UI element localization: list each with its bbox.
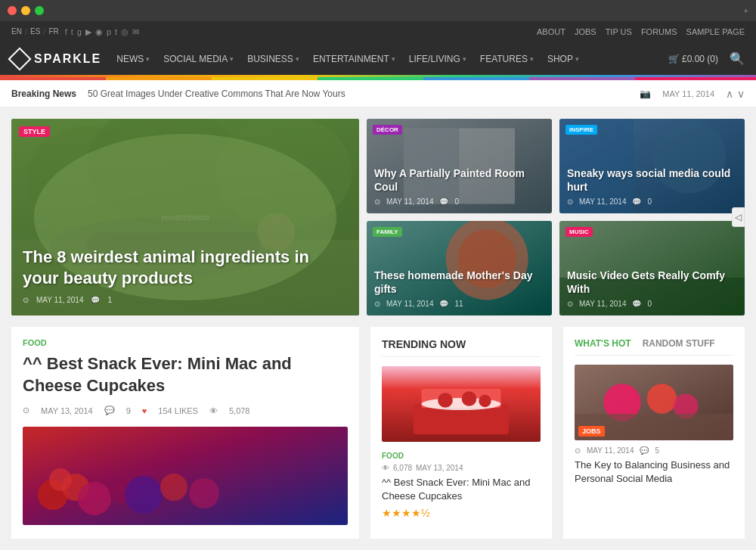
article-views: 5,078: [229, 406, 250, 415]
rss-icon[interactable]: ◉: [95, 27, 103, 37]
decor-tag: DÉCOR: [373, 125, 402, 135]
like-icon: ♥: [142, 406, 147, 415]
nav-business[interactable]: BUSINESS ▾: [247, 54, 299, 64]
trending-item[interactable]: FOOD 👁 6,078 MAY 13, 2014 ^^ Best Snack …: [382, 366, 541, 519]
cart-icon[interactable]: 🛒 £0.00 (0): [668, 54, 718, 64]
sample-page-link[interactable]: SAMPLE PAGE: [686, 27, 745, 36]
music-comments: 0: [647, 300, 652, 308]
maximize-dot[interactable]: [35, 6, 44, 15]
nav-life-living[interactable]: LIFE/LIVING ▾: [409, 54, 466, 64]
nav-news[interactable]: NEWS ▾: [116, 54, 150, 64]
music-title: Music Video Gets Really Comfy With: [567, 269, 737, 296]
nav-items: NEWS ▾ SOCIAL MEDIA ▾ BUSINESS ▾ ENTERTA…: [116, 54, 668, 64]
tumblr-icon[interactable]: t: [115, 27, 117, 37]
comment-icon-5: 💬: [632, 300, 641, 308]
article-comments: 9: [126, 406, 131, 415]
social-icons: f t g ▶ ◉ p t ◎ ✉: [65, 27, 139, 37]
lang-en[interactable]: EN: [11, 27, 22, 36]
rating-stars: ★★★★½: [382, 507, 541, 519]
family-content: These homemade Mother's Day gifts ⊙ MAY …: [367, 261, 552, 315]
hot-section: WHAT'S HOT RANDOM STUFF: [563, 327, 745, 539]
logo-icon: [8, 47, 31, 70]
search-button[interactable]: 🔍: [730, 51, 745, 66]
big-feature-content: The 8 weirdest animal ingredients in you…: [11, 235, 359, 315]
clock-icon-2: ⊙: [374, 197, 380, 206]
hot-title[interactable]: The Key to Balancing Business and Person…: [575, 458, 733, 486]
nav-entertainment[interactable]: ENTERTAINMENT ▾: [313, 54, 395, 64]
email-icon[interactable]: ✉: [132, 27, 139, 37]
breaking-news-prev[interactable]: ∧: [726, 88, 733, 100]
inspire-title: Sneaky ways social media could hurt: [567, 166, 737, 194]
clock-icon-5: ⊙: [567, 300, 573, 308]
trending-date: 👁 6,078 MAY 13, 2014: [382, 464, 541, 472]
youtube-icon[interactable]: ▶: [85, 27, 91, 37]
small-feature-inspire[interactable]: INSPIRE Sneaky ways social media could h…: [559, 119, 745, 213]
svg-point-27: [78, 482, 111, 515]
comment-icon-3: 💬: [632, 197, 641, 206]
about-link[interactable]: ABOUT: [537, 27, 565, 36]
gplus-icon[interactable]: g: [77, 27, 82, 37]
music-tag: MUSIC: [565, 227, 593, 237]
small-feature-decor[interactable]: DÉCOR Why A Partially Painted Room Coul …: [367, 119, 552, 213]
svg-point-31: [160, 474, 187, 501]
nav-social-media[interactable]: SOCIAL MEDIA ▾: [163, 54, 234, 64]
article-likes: 154 LIKES: [158, 406, 198, 415]
article-title[interactable]: ^^ Best Snack Ever: Mini Mac and Cheese …: [23, 353, 348, 396]
nav-shop[interactable]: SHOP ▾: [547, 54, 579, 64]
hot-thumbnail[interactable]: JOBS: [575, 365, 733, 440]
logo[interactable]: SPARKLE: [11, 51, 101, 67]
twitter-icon[interactable]: t: [71, 27, 73, 37]
forums-link[interactable]: FORUMS: [641, 27, 677, 36]
lang-es[interactable]: ES: [30, 27, 40, 36]
whats-hot-tab[interactable]: WHAT'S HOT: [575, 338, 631, 349]
nav-features[interactable]: FEATURES ▾: [480, 54, 534, 64]
breaking-news-nav: ∧ ∨: [726, 88, 745, 100]
article-date: MAY 13, 2014: [41, 406, 93, 415]
nav-shop-arrow: ▾: [575, 55, 579, 63]
inspire-comments: 0: [647, 197, 652, 206]
comment-icon-4: 💬: [439, 300, 448, 308]
small-feature-family[interactable]: FAMILY These homemade Mother's Day gifts…: [367, 221, 552, 315]
instagram-icon[interactable]: ◎: [121, 27, 129, 37]
breaking-news-next[interactable]: ∨: [737, 88, 745, 100]
browser-expand-btn[interactable]: +: [744, 6, 748, 15]
top-bar: EN / ES / FR f t g ▶ ◉ p t ◎ ✉ ABOUT JOB…: [0, 21, 756, 42]
small-feature-music[interactable]: MUSIC Music Video Gets Really Comfy With…: [559, 221, 745, 315]
minimize-dot[interactable]: [21, 6, 30, 15]
decor-content: Why A Partially Painted Room Coul ⊙ MAY …: [367, 159, 552, 213]
close-dot[interactable]: [8, 6, 17, 15]
trending-thumbnail: [382, 366, 541, 442]
random-stuff-tab[interactable]: RANDOM STUFF: [643, 338, 715, 349]
article-section: FOOD ^^ Best Snack Ever: Mini Mac and Ch…: [11, 327, 359, 539]
music-date: MAY 11, 2014: [579, 300, 626, 308]
jobs-link[interactable]: JOBS: [575, 27, 596, 36]
pinterest-icon[interactable]: p: [107, 27, 111, 37]
decor-title: Why A Partially Painted Room Coul: [374, 166, 544, 194]
big-feature-article[interactable]: envato/photo STYLE The 8 weirdest animal…: [11, 119, 359, 315]
nav-entertainment-arrow: ▾: [392, 55, 395, 63]
trending-title: ^^ Best Snack Ever: Mini Mac and Cheese …: [382, 476, 541, 503]
facebook-icon[interactable]: f: [65, 27, 67, 37]
family-meta: ⊙ MAY 11, 2014 💬 11: [374, 300, 544, 308]
article-thumbnail[interactable]: [23, 427, 348, 525]
big-feature-meta: ⊙ MAY 11, 2014 💬 1: [23, 296, 348, 304]
inspire-date: MAY 11, 2014: [579, 197, 626, 206]
language-links: EN / ES / FR: [11, 27, 59, 36]
hot-date: MAY 11, 2014: [587, 446, 634, 455]
article-meta: ⊙ MAY 13, 2014 💬 9 ♥ 154 LIKES 👁 5,078: [23, 406, 348, 415]
lang-fr[interactable]: FR: [48, 27, 58, 36]
nav-right: 🛒 £0.00 (0) 🔍: [668, 51, 745, 66]
main-nav: SPARKLE NEWS ▾ SOCIAL MEDIA ▾ BUSINESS ▾…: [0, 42, 756, 77]
svg-point-38: [462, 391, 477, 406]
family-title: These homemade Mother's Day gifts: [374, 269, 544, 296]
logo-text: SPARKLE: [34, 52, 101, 66]
comment-icon-2: 💬: [439, 197, 448, 206]
inspire-content: Sneaky ways social media could hurt ⊙ MA…: [559, 159, 745, 213]
nav-life-arrow: ▾: [463, 55, 466, 63]
sidebar-toggle[interactable]: ◁: [732, 207, 745, 227]
clock-icon: ⊙: [23, 296, 29, 304]
family-tag: FAMILY: [373, 227, 402, 237]
breaking-news-bar: Breaking News 50 Great Images Under Crea…: [0, 80, 756, 107]
tip-us-link[interactable]: TIP US: [606, 27, 632, 36]
breaking-news-text: 50 Great Images Under Creative Commons T…: [88, 89, 628, 99]
